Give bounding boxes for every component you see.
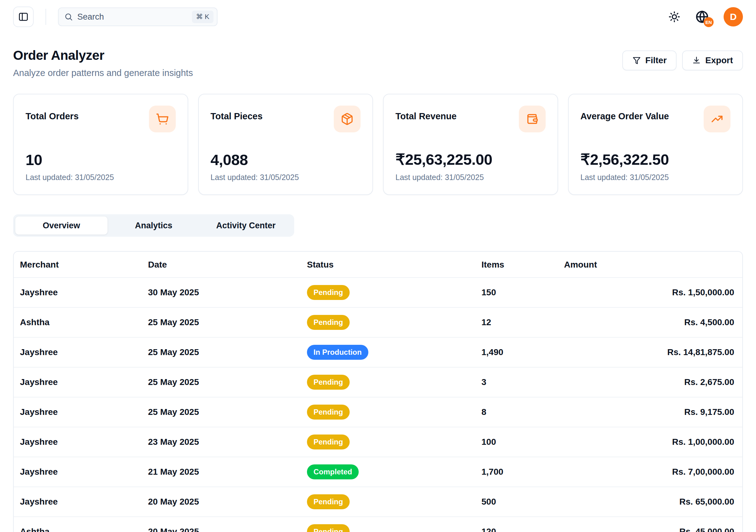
tab-analytics[interactable]: Analytics bbox=[108, 217, 200, 234]
status-cell: Pending bbox=[302, 427, 476, 457]
status-cell: Pending bbox=[302, 367, 476, 397]
search-box[interactable]: ⌘ K bbox=[58, 8, 218, 26]
stat-card-total-orders: Total Orders 10 Last updated: 31/05/2025 bbox=[13, 94, 188, 195]
stat-cards: Total Orders 10 Last updated: 31/05/2025… bbox=[13, 94, 743, 195]
merchant-cell: Jayshree bbox=[14, 427, 143, 457]
stat-value: ₹2,56,322.50 bbox=[580, 151, 731, 169]
language-badge: EN bbox=[704, 17, 714, 27]
status-cell: Pending bbox=[302, 278, 476, 307]
export-button[interactable]: Export bbox=[682, 50, 743, 70]
status-cell: In Production bbox=[302, 337, 476, 367]
status-badge: Pending bbox=[307, 524, 350, 532]
items-cell: 12 bbox=[476, 307, 559, 337]
sidebar-toggle-button[interactable] bbox=[13, 7, 34, 27]
table-row[interactable]: Jayshree 25 May 2025 Pending 3 Rs. 2,675… bbox=[14, 367, 742, 397]
page-header: Order Analyzer Analyze order patterns an… bbox=[13, 48, 743, 78]
items-cell: 150 bbox=[476, 278, 559, 307]
date-cell: 21 May 2025 bbox=[143, 457, 302, 487]
stat-card-total-pieces: Total Pieces 4,088 Last updated: 31/05/2… bbox=[198, 94, 373, 195]
filter-funnel-icon bbox=[632, 56, 641, 65]
date-cell: 25 May 2025 bbox=[143, 337, 302, 367]
column-header-merchant: Merchant bbox=[14, 252, 143, 278]
column-header-amount: Amount bbox=[559, 252, 742, 278]
amount-cell: Rs. 65,000.00 bbox=[559, 487, 742, 517]
status-cell: Pending bbox=[302, 517, 476, 532]
sun-icon bbox=[668, 11, 681, 23]
table-header-row: Merchant Date Status Items Amount bbox=[14, 252, 742, 278]
merchant-cell: Jayshree bbox=[14, 337, 143, 367]
filter-button-label: Filter bbox=[645, 55, 666, 66]
stat-updated: Last updated: 31/05/2025 bbox=[580, 173, 731, 182]
amount-cell: Rs. 1,00,000.00 bbox=[559, 427, 742, 457]
stat-label: Total Orders bbox=[26, 111, 78, 121]
column-header-status: Status bbox=[302, 252, 476, 278]
stat-updated: Last updated: 31/05/2025 bbox=[211, 173, 361, 182]
stat-label: Total Revenue bbox=[395, 111, 456, 121]
table-row[interactable]: Jayshree 23 May 2025 Pending 100 Rs. 1,0… bbox=[14, 427, 742, 457]
search-input[interactable] bbox=[77, 12, 188, 22]
language-switcher-button[interactable]: EN bbox=[695, 10, 709, 24]
date-cell: 25 May 2025 bbox=[143, 307, 302, 337]
tab-overview[interactable]: Overview bbox=[15, 217, 108, 234]
amount-cell: Rs. 7,00,000.00 bbox=[559, 457, 742, 487]
merchant-cell: Jayshree bbox=[14, 278, 143, 307]
items-cell: 1,490 bbox=[476, 337, 559, 367]
merchant-cell: Jayshree bbox=[14, 397, 143, 427]
date-cell: 25 May 2025 bbox=[143, 367, 302, 397]
table-row[interactable]: Jayshree 25 May 2025 In Production 1,490… bbox=[14, 337, 742, 367]
status-badge: Pending bbox=[307, 315, 350, 330]
trending-up-icon bbox=[704, 106, 730, 132]
table-row[interactable]: Jayshree 20 May 2025 Pending 500 Rs. 65,… bbox=[14, 487, 742, 517]
status-badge: Completed bbox=[307, 465, 359, 479]
table-row[interactable]: Jayshree 30 May 2025 Pending 150 Rs. 1,5… bbox=[14, 278, 742, 307]
stat-value: ₹25,63,225.00 bbox=[395, 151, 546, 169]
amount-cell: Rs. 2,675.00 bbox=[559, 367, 742, 397]
tab-activity-center[interactable]: Activity Center bbox=[200, 217, 292, 234]
date-cell: 20 May 2025 bbox=[143, 517, 302, 532]
amount-cell: Rs. 14,81,875.00 bbox=[559, 337, 742, 367]
stat-value: 4,088 bbox=[211, 151, 361, 169]
status-badge: Pending bbox=[307, 375, 350, 390]
date-cell: 30 May 2025 bbox=[143, 278, 302, 307]
stat-updated: Last updated: 31/05/2025 bbox=[395, 173, 546, 182]
date-cell: 25 May 2025 bbox=[143, 397, 302, 427]
stat-value: 10 bbox=[26, 151, 176, 169]
table-row[interactable]: Ashtha 20 May 2025 Pending 120 Rs. 45,00… bbox=[14, 517, 742, 532]
date-cell: 20 May 2025 bbox=[143, 487, 302, 517]
amount-cell: Rs. 4,500.00 bbox=[559, 307, 742, 337]
stat-card-total-revenue: Total Revenue ₹25,63,225.00 Last updated… bbox=[383, 94, 558, 195]
view-tabs: Overview Analytics Activity Center bbox=[13, 214, 294, 237]
table-row[interactable]: Jayshree 25 May 2025 Pending 8 Rs. 9,175… bbox=[14, 397, 742, 427]
items-cell: 120 bbox=[476, 517, 559, 532]
date-cell: 23 May 2025 bbox=[143, 427, 302, 457]
status-badge: Pending bbox=[307, 285, 350, 300]
stat-label: Average Order Value bbox=[580, 111, 669, 121]
shopping-cart-icon bbox=[149, 106, 176, 132]
theme-toggle-button[interactable] bbox=[668, 11, 681, 23]
download-icon bbox=[692, 56, 701, 65]
header-actions: Filter Export bbox=[622, 50, 743, 70]
export-button-label: Export bbox=[705, 55, 733, 66]
amount-cell: Rs. 45,000.00 bbox=[559, 517, 742, 532]
orders-table: Merchant Date Status Items Amount Jayshr… bbox=[13, 251, 743, 532]
page-title: Order Analyzer bbox=[13, 48, 193, 63]
merchant-cell: Jayshree bbox=[14, 367, 143, 397]
stat-label: Total Pieces bbox=[211, 111, 263, 121]
page-subtitle: Analyze order patterns and generate insi… bbox=[13, 68, 193, 78]
items-cell: 8 bbox=[476, 397, 559, 427]
filter-button[interactable]: Filter bbox=[622, 50, 677, 70]
column-header-date: Date bbox=[143, 252, 302, 278]
status-cell: Completed bbox=[302, 457, 476, 487]
table-row[interactable]: Ashtha 25 May 2025 Pending 12 Rs. 4,500.… bbox=[14, 307, 742, 337]
merchant-cell: Jayshree bbox=[14, 487, 143, 517]
orders-table-body: Jayshree 30 May 2025 Pending 150 Rs. 1,5… bbox=[14, 278, 742, 532]
stat-card-average-order-value: Average Order Value ₹2,56,322.50 Last up… bbox=[568, 94, 743, 195]
table-row[interactable]: Jayshree 21 May 2025 Completed 1,700 Rs.… bbox=[14, 457, 742, 487]
items-cell: 500 bbox=[476, 487, 559, 517]
topbar: ⌘ K EN D bbox=[0, 0, 756, 34]
topbar-actions: EN D bbox=[668, 7, 743, 26]
avatar[interactable]: D bbox=[724, 7, 743, 26]
amount-cell: Rs. 1,50,000.00 bbox=[559, 278, 742, 307]
search-shortcut-chip: ⌘ K bbox=[192, 11, 213, 23]
amount-cell: Rs. 9,175.00 bbox=[559, 397, 742, 427]
